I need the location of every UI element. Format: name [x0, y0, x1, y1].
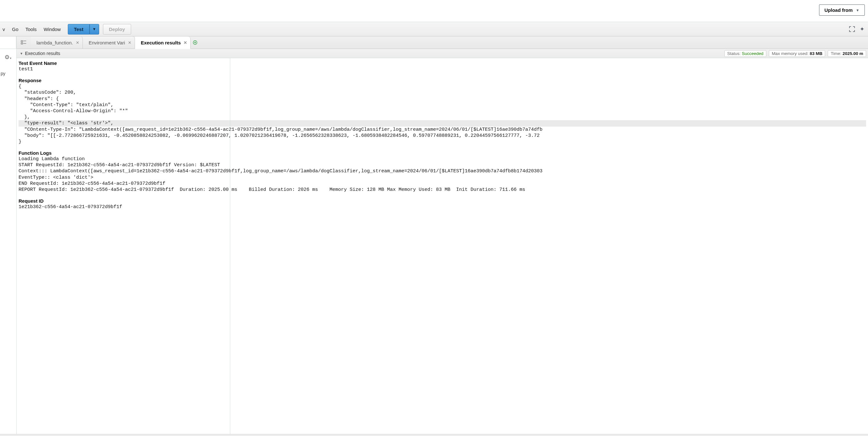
caret-down-icon: ▼ [856, 8, 859, 12]
menu-go[interactable]: Go [9, 25, 22, 34]
extensions-icon[interactable]: ✦ [860, 26, 865, 33]
deploy-button: Deploy [103, 24, 131, 35]
test-button-group: Test ▼ [68, 24, 99, 35]
test-dropdown-button[interactable]: ▼ [90, 24, 99, 35]
menu-tools[interactable]: Tools [22, 25, 40, 34]
upload-from-button[interactable]: Upload from ▼ [819, 4, 865, 16]
menu-window[interactable]: Window [41, 25, 64, 34]
editor-menubar: v Go Tools Window Test ▼ Deploy ✦ [0, 22, 868, 36]
top-area: Upload from ▼ [0, 0, 868, 22]
upload-from-label: Upload from [825, 7, 852, 13]
test-button[interactable]: Test [68, 24, 90, 35]
fullscreen-icon[interactable] [849, 26, 855, 32]
menu-cut-view[interactable]: v [2, 25, 8, 34]
